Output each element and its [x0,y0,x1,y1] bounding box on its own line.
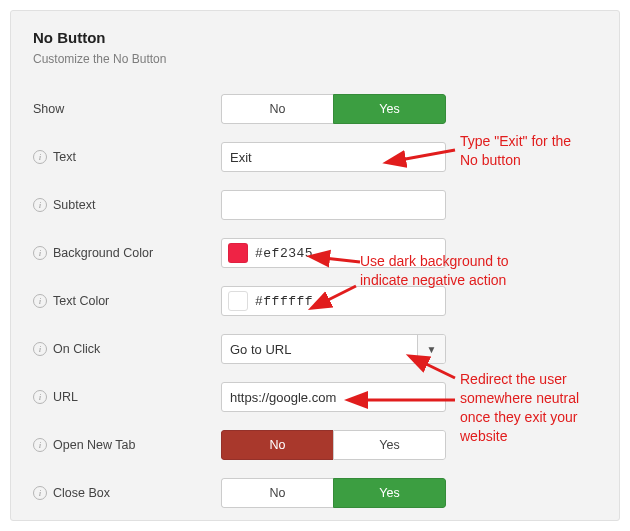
info-icon[interactable]: i [33,150,47,164]
no-button-panel: No Button Customize the No Button Show N… [10,10,620,521]
row-closebox: i Close Box No Yes [33,478,597,508]
panel-title: No Button [33,29,597,46]
toggle-closebox-yes[interactable]: Yes [333,478,446,508]
onclick-select[interactable]: Go to URL ▼ [221,334,446,364]
toggle-closebox-no[interactable]: No [221,478,333,508]
info-icon[interactable]: i [33,390,47,404]
chevron-down-icon: ▼ [417,335,445,363]
bgcolor-field[interactable]: #ef2345 [221,238,446,268]
url-input[interactable] [221,382,446,412]
label-bgcolor: Background Color [53,246,153,260]
text-input[interactable] [221,142,446,172]
info-icon[interactable]: i [33,486,47,500]
toggle-show[interactable]: No Yes [221,94,446,124]
toggle-show-no[interactable]: No [221,94,333,124]
label-show: Show [33,102,64,116]
info-icon[interactable]: i [33,438,47,452]
row-subtext: i Subtext [33,190,597,220]
row-text: i Text [33,142,597,172]
bgcolor-swatch [228,243,248,263]
info-icon[interactable]: i [33,246,47,260]
row-newtab: i Open New Tab No Yes [33,430,597,460]
row-url: i URL [33,382,597,412]
label-textcolor: Text Color [53,294,109,308]
label-url: URL [53,390,78,404]
label-text: Text [53,150,76,164]
onclick-select-value: Go to URL [222,335,417,363]
row-bgcolor: i Background Color #ef2345 [33,238,597,268]
bgcolor-value: #ef2345 [255,246,313,261]
toggle-newtab[interactable]: No Yes [221,430,446,460]
row-show: Show No Yes [33,94,597,124]
info-icon[interactable]: i [33,342,47,356]
row-textcolor: i Text Color #ffffff [33,286,597,316]
row-onclick: i On Click Go to URL ▼ [33,334,597,364]
textcolor-field[interactable]: #ffffff [221,286,446,316]
panel-subtitle: Customize the No Button [33,52,597,66]
textcolor-swatch [228,291,248,311]
textcolor-value: #ffffff [255,294,313,309]
label-newtab: Open New Tab [53,438,135,452]
subtext-input[interactable] [221,190,446,220]
label-closebox: Close Box [53,486,110,500]
toggle-newtab-yes[interactable]: Yes [333,430,446,460]
toggle-closebox[interactable]: No Yes [221,478,446,508]
label-subtext: Subtext [53,198,95,212]
info-icon[interactable]: i [33,294,47,308]
label-onclick: On Click [53,342,100,356]
info-icon[interactable]: i [33,198,47,212]
toggle-newtab-no[interactable]: No [221,430,333,460]
toggle-show-yes[interactable]: Yes [333,94,446,124]
